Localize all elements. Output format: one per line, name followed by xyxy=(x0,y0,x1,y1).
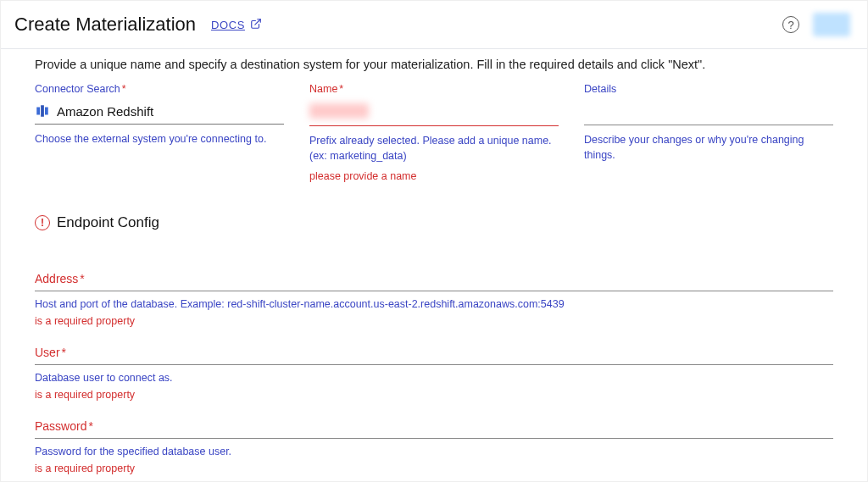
password-error: is a required property xyxy=(35,463,833,474)
svg-rect-1 xyxy=(36,108,40,115)
name-input[interactable] xyxy=(309,100,559,126)
connector-label: Connector Search* xyxy=(35,83,284,95)
name-helper: Prefix already selected. Please add a un… xyxy=(309,133,559,163)
details-input[interactable] xyxy=(584,100,833,125)
content-area: Provide a unique name and specify a dest… xyxy=(1,49,867,482)
warning-icon: ! xyxy=(35,215,50,230)
docs-label: DOCS xyxy=(211,19,245,31)
password-help: Password for the specified database user… xyxy=(35,446,833,457)
password-input[interactable]: Password* xyxy=(35,419,833,439)
svg-rect-3 xyxy=(45,108,48,115)
address-error: is a required property xyxy=(35,315,833,327)
name-error: please provide a name xyxy=(309,169,559,184)
user-error: is a required property xyxy=(35,389,833,401)
page-root: Create Materialization DOCS ? Provide a … xyxy=(0,0,868,482)
endpoint-heading-row: ! Endpoint Config xyxy=(35,214,833,231)
name-label: Name* xyxy=(309,83,559,95)
connector-field: Connector Search* Amazon Redshift Choose… xyxy=(35,83,284,184)
password-field: Password* Password for the specified dat… xyxy=(35,419,833,474)
user-field: User* Database user to connect as. is a … xyxy=(35,346,833,401)
redshift-icon xyxy=(35,103,50,119)
connector-value: Amazon Redshift xyxy=(57,104,153,119)
svg-line-0 xyxy=(255,19,260,24)
name-value-redacted xyxy=(309,103,369,119)
intro-text: Provide a unique name and specify a dest… xyxy=(35,58,833,71)
address-input[interactable]: Address* xyxy=(35,272,833,291)
details-label: Details xyxy=(584,83,833,95)
connector-helper: Choose the external system you're connec… xyxy=(35,131,284,147)
top-fields-row: Connector Search* Amazon Redshift Choose… xyxy=(35,83,833,184)
page-title: Create Materialization xyxy=(14,14,196,36)
details-field: Details Describe your changes or why you… xyxy=(584,83,833,184)
name-field: Name* Prefix already selected. Please ad… xyxy=(309,83,559,184)
connector-select[interactable]: Amazon Redshift xyxy=(35,100,284,125)
user-help: Database user to connect as. xyxy=(35,372,833,384)
svg-rect-2 xyxy=(41,105,44,117)
topbar-right: ? xyxy=(782,13,850,36)
help-icon[interactable]: ? xyxy=(782,16,799,33)
details-helper: Describe your changes or why you're chan… xyxy=(584,132,833,163)
docs-link[interactable]: DOCS xyxy=(211,18,262,32)
user-input[interactable]: User* xyxy=(35,346,833,365)
topbar: Create Materialization DOCS ? xyxy=(1,1,867,49)
address-field: Address* Host and port of the database. … xyxy=(35,272,833,327)
endpoint-heading: Endpoint Config xyxy=(57,214,159,231)
external-link-icon xyxy=(250,18,262,32)
address-help: Host and port of the database. Example: … xyxy=(35,298,833,310)
user-avatar[interactable] xyxy=(813,13,850,36)
